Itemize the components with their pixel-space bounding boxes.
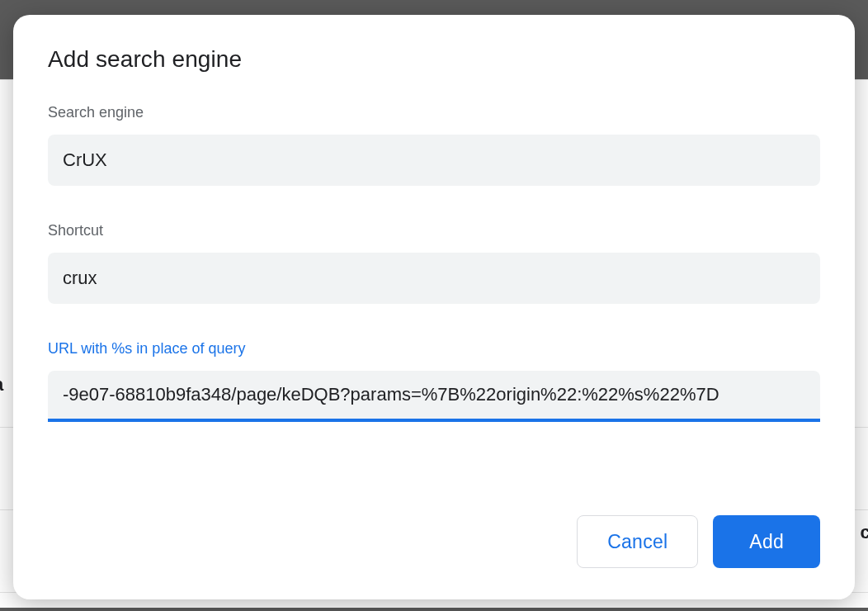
url-field-group: URL with %s in place of query bbox=[48, 340, 820, 422]
shortcut-field-group: Shortcut bbox=[48, 222, 820, 304]
search-engine-input[interactable] bbox=[48, 135, 820, 186]
cancel-button[interactable]: Cancel bbox=[577, 515, 698, 568]
url-input[interactable] bbox=[48, 371, 820, 422]
search-engine-field-group: Search engine bbox=[48, 104, 820, 186]
dialog-title: Add search engine bbox=[48, 46, 820, 73]
background-text-fragment: a bbox=[0, 374, 3, 395]
shortcut-input[interactable] bbox=[48, 253, 820, 304]
dialog-button-row: Cancel Add bbox=[48, 515, 820, 568]
shortcut-label: Shortcut bbox=[48, 222, 820, 239]
add-search-engine-dialog: Add search engine Search engine Shortcut… bbox=[13, 15, 855, 599]
url-label: URL with %s in place of query bbox=[48, 340, 820, 358]
search-engine-label: Search engine bbox=[48, 104, 820, 121]
add-button[interactable]: Add bbox=[713, 515, 820, 568]
background-text-fragment: ct bbox=[860, 522, 868, 543]
